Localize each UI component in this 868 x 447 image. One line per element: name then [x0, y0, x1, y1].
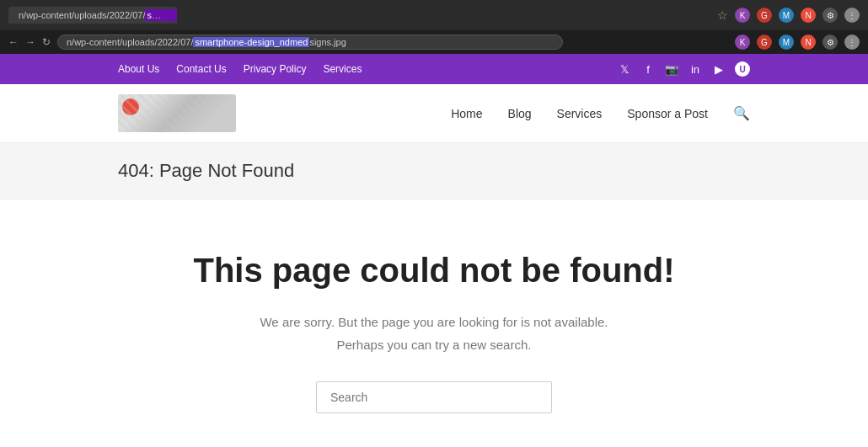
search-box-wrapper — [118, 381, 750, 413]
address-gmail-icon[interactable]: G — [757, 35, 772, 50]
not-found-heading: This page could not be found! — [118, 250, 750, 290]
back-button-icon[interactable]: ← — [8, 36, 19, 48]
mail-icon[interactable]: M — [779, 8, 794, 23]
browser-tab-bar: n/wp-content/uploads/2022/07/smartphone-… — [0, 0, 868, 30]
address-mail-icon[interactable]: M — [779, 35, 794, 50]
tab-text-highlight: smartphone-design_ndmed — [145, 9, 177, 21]
breadcrumb-bar: 404: Page Not Found — [0, 143, 868, 200]
browser-tab[interactable]: n/wp-content/uploads/2022/07/smartphone-… — [8, 7, 177, 24]
nav-search-icon[interactable]: 🔍 — [733, 105, 750, 121]
main-header: Home Blog Services Sponsor a Post 🔍 — [0, 84, 868, 143]
address-settings-icon[interactable]: ⚙ — [822, 35, 838, 50]
address-profile-icon[interactable]: K — [735, 35, 750, 50]
nav-home[interactable]: Home — [451, 107, 482, 120]
main-navigation: Home Blog Services Sponsor a Post 🔍 — [451, 105, 750, 121]
address-menu-icon[interactable]: ⋮ — [844, 35, 860, 50]
top-nav-about[interactable]: About Us — [118, 63, 159, 75]
nav-services[interactable]: Services — [557, 107, 603, 120]
nav-sponsor[interactable]: Sponsor a Post — [627, 107, 708, 120]
top-nav-links: About Us Contact Us Privacy Policy Servi… — [118, 63, 362, 75]
page-404-title: 404: Page Not Found — [118, 160, 750, 182]
address-before: n/wp-content/uploads/2022/07/ — [67, 37, 193, 47]
not-found-description: We are sorry. But the page you are looki… — [118, 311, 750, 356]
logo-area — [118, 94, 236, 132]
top-navigation-bar: About Us Contact Us Privacy Policy Servi… — [0, 54, 868, 84]
address-after: signs.jpg — [309, 37, 346, 47]
main-content: This page could not be found! We are sor… — [0, 200, 868, 447]
address-notif-icon[interactable]: N — [801, 35, 816, 50]
logo-dot — [122, 98, 139, 115]
browser-toolbar-icons: ☆ K G M N ⚙ ⋮ — [717, 8, 860, 23]
description-line-1: We are sorry. But the page you are looki… — [260, 315, 608, 329]
browser-address-bar: ← → ↻ n/wp-content/uploads/2022/07/smart… — [0, 30, 868, 54]
address-bar-icons: K G M N ⚙ ⋮ — [735, 35, 860, 50]
nav-blog[interactable]: Blog — [508, 107, 532, 120]
facebook-icon[interactable]: f — [640, 61, 656, 77]
tab-text-before: n/wp-content/uploads/2022/07/ — [19, 10, 145, 20]
linkedin-icon[interactable]: in — [688, 61, 703, 77]
reload-icon[interactable]: ↻ — [42, 36, 51, 48]
user-icon[interactable]: U — [735, 61, 750, 77]
twitter-icon[interactable]: 𝕏 — [617, 61, 632, 77]
site-logo — [118, 94, 236, 132]
youtube-icon[interactable]: ▶ — [711, 61, 726, 77]
address-highlight: smartphone-design_ndmed — [193, 37, 309, 47]
social-icons-bar: 𝕏 f 📷 in ▶ U — [617, 61, 750, 77]
address-input[interactable]: n/wp-content/uploads/2022/07/smartphone-… — [57, 35, 563, 50]
profile-icon-k[interactable]: K — [735, 8, 750, 23]
bookmark-icon[interactable]: ☆ — [717, 8, 728, 22]
top-nav-privacy[interactable]: Privacy Policy — [244, 63, 307, 75]
instagram-icon[interactable]: 📷 — [664, 61, 679, 77]
gmail-icon[interactable]: G — [757, 8, 772, 23]
search-input[interactable] — [316, 381, 552, 413]
top-nav-services[interactable]: Services — [323, 63, 362, 75]
top-nav-contact[interactable]: Contact Us — [176, 63, 226, 75]
menu-icon[interactable]: ⋮ — [844, 8, 860, 23]
description-line-2: Perhaps you can try a new search. — [337, 338, 532, 352]
settings-icon[interactable]: ⚙ — [822, 8, 838, 23]
notification-icon[interactable]: N — [801, 8, 816, 23]
forward-button-icon[interactable]: → — [25, 36, 35, 48]
